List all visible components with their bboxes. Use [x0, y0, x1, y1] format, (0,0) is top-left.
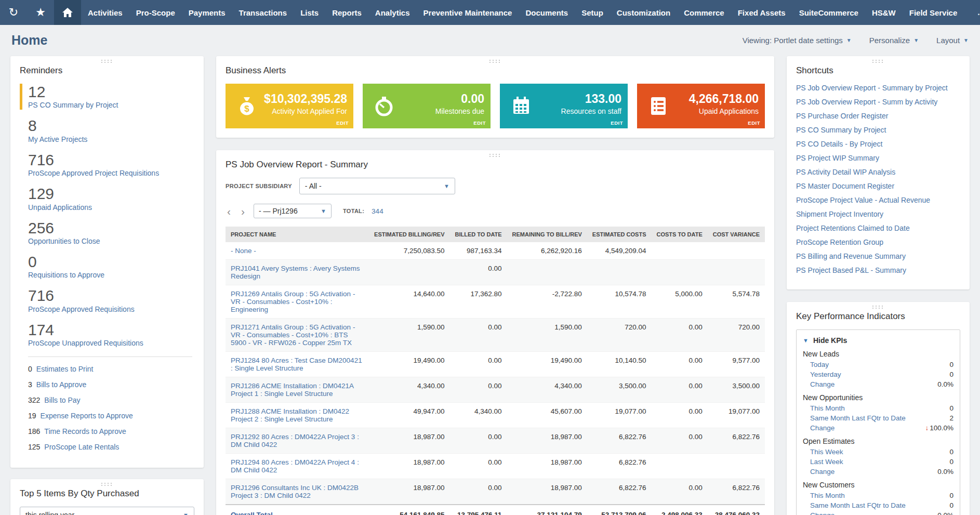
page-range-select[interactable]: - — Prj1296 ▼ [254, 204, 332, 218]
project-link[interactable]: PRJ1269 Antalis Group : 5G Activation - … [231, 290, 355, 313]
reminder-link[interactable]: ProScope Unapproved Requisitions [28, 339, 143, 347]
reminder-link[interactable]: Requisitions to Approve [28, 271, 104, 279]
pager-next-button[interactable]: › [240, 206, 246, 217]
kpi-link[interactable]: Change [810, 424, 835, 432]
edit-button[interactable]: EDIT [611, 120, 623, 126]
project-link[interactable]: PRJ1271 Antalis Group : 5G Activation - … [231, 323, 355, 347]
subsidiary-select[interactable]: - All - ▼ [299, 178, 455, 194]
star-icon[interactable]: ★ [27, 0, 54, 25]
nav-menu-item[interactable]: Fixed Assets [731, 0, 792, 25]
project-link[interactable]: PRJ1286 ACME Installation : DM0421A Proj… [231, 382, 353, 398]
alert-tile-resources-on-staff[interactable]: 133.00 Resources on staff EDIT [500, 84, 628, 128]
kpi-link[interactable]: Same Month Last FQtr to Date [810, 501, 906, 509]
home-icon[interactable] [54, 0, 81, 25]
kpi-link[interactable]: Last Week [810, 458, 843, 466]
column-header[interactable]: ESTIMATED COSTS [587, 227, 652, 242]
column-header[interactable]: COST VARIANCE [708, 227, 765, 242]
nav-menu-item[interactable]: Activities [81, 0, 129, 25]
nav-menu-item[interactable]: Payments [182, 0, 232, 25]
shortcut-link[interactable]: PS Job Overview Report - Summary by Proj… [796, 84, 960, 92]
reminder-link[interactable]: PS CO Summary by Project [28, 101, 118, 109]
nav-menu-item[interactable]: Reports [325, 0, 368, 25]
pager-prev-button[interactable]: ‹ [226, 206, 232, 217]
reminder-link[interactable]: Expense Reports to Approve [41, 412, 133, 420]
reminder-link[interactable]: Bills to Pay [44, 396, 80, 404]
nav-menu-item[interactable]: Transactions [232, 0, 294, 25]
kpi-link[interactable]: Change [810, 380, 835, 388]
nav-menu-item[interactable]: Preventive Maintenance [417, 0, 519, 25]
edit-button[interactable]: EDIT [336, 120, 349, 126]
viewing-dropdown[interactable]: Viewing: Portlet date settings ▼ [743, 36, 852, 45]
shortcut-link[interactable]: PS Activity Detail WIP Analysis [796, 168, 960, 176]
project-link[interactable]: PRJ1292 80 Acres : DM0422A Project 3 : D… [231, 433, 359, 448]
recent-records-icon[interactable]: ↻ [0, 0, 27, 25]
project-link[interactable]: PRJ1041 Avery Systems : Avery Systems Re… [231, 265, 360, 280]
edit-button[interactable]: EDIT [473, 120, 486, 126]
column-header[interactable]: REMAINING TO BILL/REV [507, 227, 587, 242]
reminder-link[interactable]: Time Records to Approve [44, 427, 126, 435]
hide-kpis-toggle[interactable]: ▼ Hide KPIs [803, 336, 953, 345]
reminder-link[interactable]: ProScope Late Rentals [44, 443, 119, 451]
shortcut-link[interactable]: PS CO Summary by Project [796, 126, 960, 134]
reminder-link[interactable]: Bills to Approve [36, 380, 87, 389]
shortcut-link[interactable]: PS Billing and Revenue Summary [796, 252, 960, 260]
total-count-link[interactable]: 344 [372, 207, 383, 215]
project-link[interactable]: - None - [231, 247, 256, 255]
shortcut-link[interactable]: PS Project Based P&L - Summary [796, 266, 960, 274]
kpi-link[interactable]: This Month [810, 492, 845, 499]
period-select[interactable]: this rolling year ▼ [20, 507, 194, 515]
nav-menu-item[interactable]: Customization [610, 0, 677, 25]
nav-menu-item[interactable]: Pro-Scope [129, 0, 182, 25]
portlet-drag-handle[interactable] [871, 59, 885, 63]
nav-menu-item[interactable]: Lists [294, 0, 325, 25]
reminder-link[interactable]: Unpaid Applications [28, 203, 92, 212]
reminder-link[interactable]: Estimates to Print [36, 365, 94, 373]
portlet-drag-handle[interactable] [488, 59, 502, 63]
nav-menu-item[interactable]: Field Service [903, 0, 964, 25]
shortcut-link[interactable]: Project Retentions Claimed to Date [796, 224, 960, 232]
shortcut-link[interactable]: ProScope Project Value - Actual Revenue [796, 196, 960, 204]
portlet-drag-handle[interactable] [100, 482, 114, 486]
kpi-link[interactable]: Same Month Last FQtr to Date [810, 414, 906, 422]
kpi-link[interactable]: Change [810, 511, 835, 515]
alert-tile-activity-not-applied[interactable]: $ $10,302,395.28 Activity Not Applied Fo… [226, 84, 353, 128]
nav-menu-item[interactable]: HS&W [865, 0, 903, 25]
layout-dropdown[interactable]: Layout ▼ [936, 36, 969, 45]
shortcut-link[interactable]: PS Master Document Register [796, 182, 960, 190]
nav-menu-item[interactable]: Analytics [368, 0, 417, 25]
alert-tile-milestones-due[interactable]: 0.00 Milestones due EDIT [363, 84, 491, 128]
shortcut-link[interactable]: PS Project WIP Summary [796, 154, 960, 162]
nav-menu-item[interactable]: Documents [519, 0, 575, 25]
edit-button[interactable]: EDIT [748, 120, 760, 126]
nav-menu-item[interactable]: SuiteCommerce [792, 0, 865, 25]
portlet-drag-handle[interactable] [100, 59, 114, 63]
nav-menu-item[interactable]: Setup [575, 0, 610, 25]
column-header[interactable]: BILLED TO DATE [450, 227, 507, 242]
alert-tile-unpaid-applications[interactable]: 4,266,718.00 Upaid Applications EDIT [637, 84, 765, 128]
reminder-link[interactable]: ProScope Approved Project Requisitions [28, 169, 159, 177]
portlet-drag-handle[interactable] [488, 153, 502, 157]
kpi-link[interactable]: Change [810, 468, 835, 476]
project-link[interactable]: PRJ1284 80 Acres : Test Case DM200421 : … [231, 356, 362, 372]
personalize-dropdown[interactable]: Personalize ▼ [869, 36, 919, 45]
shortcut-link[interactable]: Shipment Project Inventory [796, 210, 960, 218]
column-header[interactable]: COSTS TO DATE [652, 227, 708, 242]
reminder-link[interactable]: ProScope Approved Requisitions [28, 305, 135, 313]
column-header[interactable]: ESTIMATED BILLING/REV [369, 227, 449, 242]
shortcut-link[interactable]: ProScope Retention Group [796, 238, 960, 246]
kpi-link[interactable]: Yesterday [810, 371, 841, 378]
reminder-link[interactable]: Opportunities to Close [28, 237, 100, 245]
kpi-link[interactable]: Today [810, 361, 829, 368]
portlet-drag-handle[interactable] [871, 305, 885, 309]
column-header[interactable]: PROJECT NAME [226, 227, 369, 242]
shortcut-link[interactable]: PS CO Details - By Project [796, 140, 960, 148]
kpi-link[interactable]: This Month [810, 404, 845, 412]
project-link[interactable]: PRJ1288 ACME Installation : DM0422 Proje… [231, 407, 349, 423]
nav-menu-item[interactable]: Commerce [677, 0, 731, 25]
project-link[interactable]: PRJ1294 80 Acres : DM0422A Project 4 : D… [231, 458, 359, 474]
kpi-link[interactable]: This Week [810, 448, 843, 456]
reminder-link[interactable]: My Active Projects [28, 135, 87, 143]
shortcut-link[interactable]: PS Job Overview Report - Summ by Activit… [796, 98, 960, 106]
project-link[interactable]: PRJ1296 Consultants Inc UK : DM0422B Pro… [231, 484, 359, 499]
shortcut-link[interactable]: PS Purchase Order Register [796, 112, 960, 120]
